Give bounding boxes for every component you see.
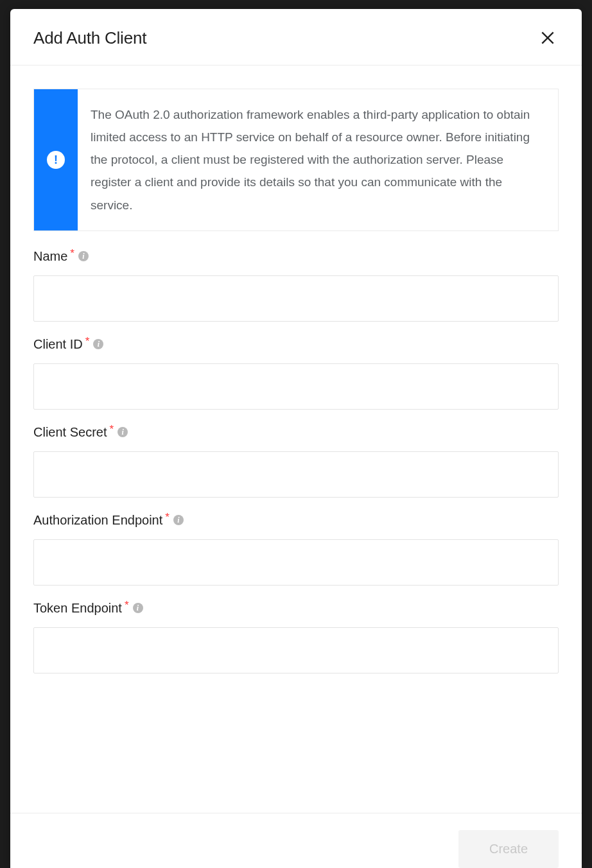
required-indicator: * [70, 247, 74, 260]
token-endpoint-label: Token Endpoint [33, 601, 122, 616]
modal-body: ! The OAuth 2.0 authorization framework … [10, 65, 582, 813]
name-label: Name [33, 249, 67, 264]
info-icon[interactable]: i [93, 339, 103, 349]
info-icon[interactable]: i [78, 251, 89, 261]
field-authorization-endpoint: Authorization Endpoint * i [33, 513, 559, 586]
alert-icon: ! [47, 151, 65, 169]
close-button[interactable] [537, 27, 559, 49]
modal-title: Add Auth Client [33, 28, 146, 48]
required-indicator: * [110, 423, 114, 436]
client-id-label: Client ID [33, 337, 83, 352]
required-indicator: * [165, 511, 170, 524]
info-icon[interactable]: i [118, 427, 128, 437]
info-banner-accent: ! [34, 89, 78, 230]
field-label-row: Client Secret * i [33, 425, 559, 440]
client-secret-label: Client Secret [33, 425, 107, 440]
field-label-row: Authorization Endpoint * i [33, 513, 559, 528]
info-banner: ! The OAuth 2.0 authorization framework … [33, 89, 559, 231]
field-client-id: Client ID * i [33, 337, 559, 410]
field-label-row: Token Endpoint * i [33, 601, 559, 616]
client-secret-input[interactable] [33, 451, 559, 498]
field-client-secret: Client Secret * i [33, 425, 559, 498]
authorization-endpoint-input[interactable] [33, 539, 559, 586]
required-indicator: * [125, 599, 129, 612]
field-token-endpoint: Token Endpoint * i [33, 601, 559, 673]
info-banner-text: The OAuth 2.0 authorization framework en… [78, 89, 558, 230]
close-icon [539, 30, 556, 46]
required-indicator: * [85, 335, 90, 348]
token-endpoint-input[interactable] [33, 627, 559, 673]
field-label-row: Client ID * i [33, 337, 559, 352]
field-name: Name * i [33, 249, 559, 322]
name-input[interactable] [33, 275, 559, 322]
add-auth-client-modal: Add Auth Client ! The OAuth 2.0 authoriz… [10, 9, 582, 868]
info-icon[interactable]: i [133, 603, 143, 613]
authorization-endpoint-label: Authorization Endpoint [33, 513, 162, 528]
field-label-row: Name * i [33, 249, 559, 264]
create-button[interactable]: Create [458, 830, 559, 868]
info-icon[interactable]: i [173, 515, 184, 525]
client-id-input[interactable] [33, 363, 559, 410]
modal-footer: Create [10, 813, 582, 868]
modal-header: Add Auth Client [10, 9, 582, 65]
